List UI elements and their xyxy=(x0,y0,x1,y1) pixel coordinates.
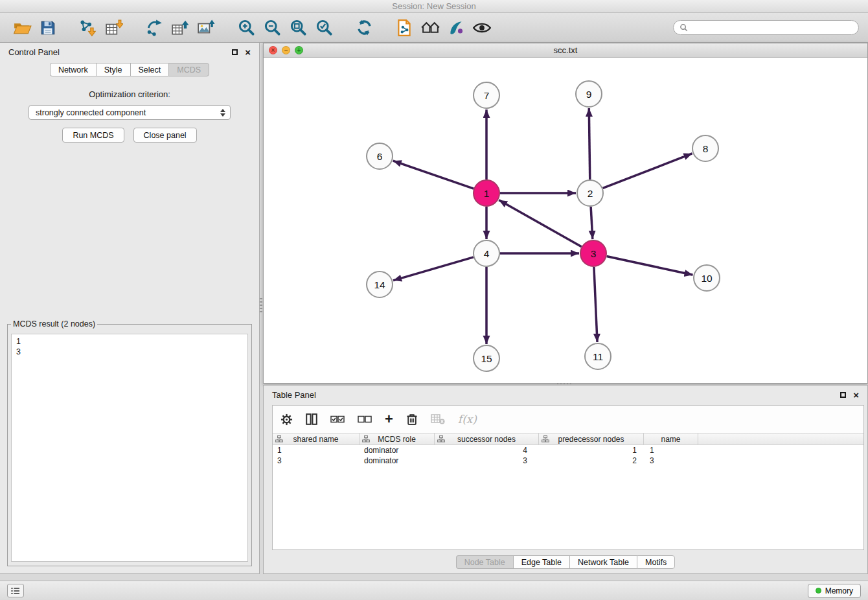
cell-successor-nodes[interactable]: 4 xyxy=(435,445,539,456)
vertical-splitter-grip[interactable] xyxy=(260,298,262,314)
mcds-action-buttons: Run MCDS Close panel xyxy=(0,128,259,143)
tab-mcds[interactable]: MCDS xyxy=(168,63,209,76)
close-panel-button[interactable]: Close panel xyxy=(133,128,197,143)
float-table-panel-icon[interactable] xyxy=(840,392,846,398)
export-image-button[interactable] xyxy=(194,16,218,40)
network-edge-4-14[interactable] xyxy=(393,257,474,281)
column-header-mcds-role[interactable]: MCDS role xyxy=(360,433,435,444)
checked-boxes-icon xyxy=(330,414,345,424)
network-edge-2-9[interactable] xyxy=(589,108,589,179)
home-button[interactable] xyxy=(418,16,442,40)
cell-shared-name[interactable]: 1 xyxy=(273,445,360,456)
save-icon xyxy=(40,19,56,36)
column-header-shared-name[interactable]: shared name xyxy=(273,433,360,444)
tab-select[interactable]: Select xyxy=(130,63,169,76)
cell-name[interactable]: 3 xyxy=(644,456,698,466)
function-builder-button[interactable]: f(x) xyxy=(458,410,477,429)
column-type-icon xyxy=(362,435,370,443)
zoom-fit-button[interactable] xyxy=(286,16,310,40)
column-header-successor-nodes[interactable]: successor nodes xyxy=(435,433,539,444)
network-canvas[interactable]: 1234678910111415 xyxy=(264,58,867,383)
status-bar: Memory xyxy=(0,581,868,600)
delete-table-button[interactable] xyxy=(431,410,445,429)
network-node-label: 1 xyxy=(484,188,490,199)
task-history-button[interactable] xyxy=(7,584,24,597)
search-box[interactable] xyxy=(673,20,859,35)
network-edge-2-3[interactable] xyxy=(591,207,593,239)
delete-column-button[interactable] xyxy=(406,410,418,429)
main-toolbar xyxy=(0,13,868,43)
close-window-icon[interactable]: × xyxy=(269,46,277,54)
export-network-button[interactable] xyxy=(143,16,166,40)
column-header-name[interactable]: name xyxy=(644,433,698,444)
zoom-in-button[interactable] xyxy=(234,16,258,40)
tab-style[interactable]: Style xyxy=(96,63,130,76)
node-table-row[interactable]: 3 dominator 3 2 3 xyxy=(273,456,863,466)
criterion-select[interactable]: strongly connected component xyxy=(29,105,231,120)
network-edge-3-1[interactable] xyxy=(499,200,582,247)
close-panel-icon[interactable]: × xyxy=(245,47,251,57)
run-mcds-button[interactable]: Run MCDS xyxy=(62,128,124,143)
table-settings-button[interactable] xyxy=(280,410,293,429)
save-session-button[interactable] xyxy=(36,16,60,40)
refresh-button[interactable] xyxy=(352,16,376,40)
memory-label: Memory xyxy=(825,586,853,595)
clone-network-button[interactable] xyxy=(393,16,416,40)
zoom-out-button[interactable] xyxy=(260,16,284,40)
node-table-row[interactable]: 1 dominator 4 1 1 xyxy=(273,445,863,456)
network-edge-2-8[interactable] xyxy=(603,154,692,188)
cell-predecessor-nodes[interactable]: 2 xyxy=(539,456,644,466)
network-edge-3-10[interactable] xyxy=(607,256,693,275)
show-graphics-details-button[interactable] xyxy=(470,16,494,40)
create-column-button[interactable]: + xyxy=(385,410,393,429)
tab-motifs[interactable]: Motifs xyxy=(637,555,675,569)
chevron-updown-icon xyxy=(220,109,225,117)
network-node-label: 11 xyxy=(593,351,603,362)
close-table-panel-icon[interactable]: × xyxy=(853,390,859,400)
tab-node-table[interactable]: Node Table xyxy=(456,555,513,569)
export-table-button[interactable] xyxy=(168,16,192,40)
minimize-window-icon[interactable]: – xyxy=(282,46,290,54)
zoom-in-icon xyxy=(238,19,255,36)
zoom-selected-button[interactable] xyxy=(312,16,336,40)
memory-button[interactable]: Memory xyxy=(808,584,861,598)
tab-edge-table[interactable]: Edge Table xyxy=(513,555,569,569)
mcds-result-list[interactable]: 1 3 xyxy=(11,334,248,562)
mcds-result-box: MCDS result (2 nodes) 1 3 xyxy=(7,319,252,566)
cell-mcds-role[interactable]: dominator xyxy=(360,445,435,456)
cell-mcds-role[interactable]: dominator xyxy=(360,456,435,466)
cell-shared-name[interactable]: 3 xyxy=(273,456,360,466)
network-window-titlebar: × – + scc.txt xyxy=(264,43,867,58)
maximize-window-icon[interactable]: + xyxy=(295,46,303,54)
column-type-icon xyxy=(437,435,445,443)
unselect-all-columns-button[interactable] xyxy=(358,410,372,429)
import-network-button[interactable] xyxy=(76,16,100,40)
column-header-predecessor-nodes[interactable]: predecessor nodes xyxy=(539,433,644,444)
search-input[interactable] xyxy=(692,22,852,34)
cell-successor-nodes[interactable]: 3 xyxy=(435,456,539,466)
import-network-icon xyxy=(79,19,97,37)
gear-icon xyxy=(280,413,293,426)
paint-brush-icon xyxy=(448,19,464,36)
tab-network-table[interactable]: Network Table xyxy=(569,555,637,569)
float-panel-icon[interactable] xyxy=(232,49,238,55)
network-graph[interactable]: 1234678910111415 xyxy=(264,58,867,384)
import-table-icon xyxy=(105,19,123,37)
network-edge-3-11[interactable] xyxy=(594,267,597,342)
import-table-button[interactable] xyxy=(102,16,126,40)
home-icon xyxy=(420,20,440,35)
control-panel-title: Control Panel xyxy=(8,47,60,57)
network-node-label: 2 xyxy=(588,188,593,199)
cell-predecessor-nodes[interactable]: 1 xyxy=(539,445,644,456)
trash-icon xyxy=(406,413,418,426)
network-edge-1-6[interactable] xyxy=(393,161,474,189)
network-view-window: × – + scc.txt 1234678910111415 xyxy=(263,43,868,384)
network-node-label: 8 xyxy=(703,143,709,154)
tab-network[interactable]: Network xyxy=(50,63,96,76)
select-all-columns-button[interactable] xyxy=(330,410,345,429)
show-columns-button[interactable] xyxy=(306,410,317,429)
cell-name[interactable]: 1 xyxy=(644,445,698,456)
style-paint-button[interactable] xyxy=(444,16,468,40)
mcds-result-line: 3 xyxy=(16,347,243,357)
open-session-button[interactable] xyxy=(10,16,34,40)
